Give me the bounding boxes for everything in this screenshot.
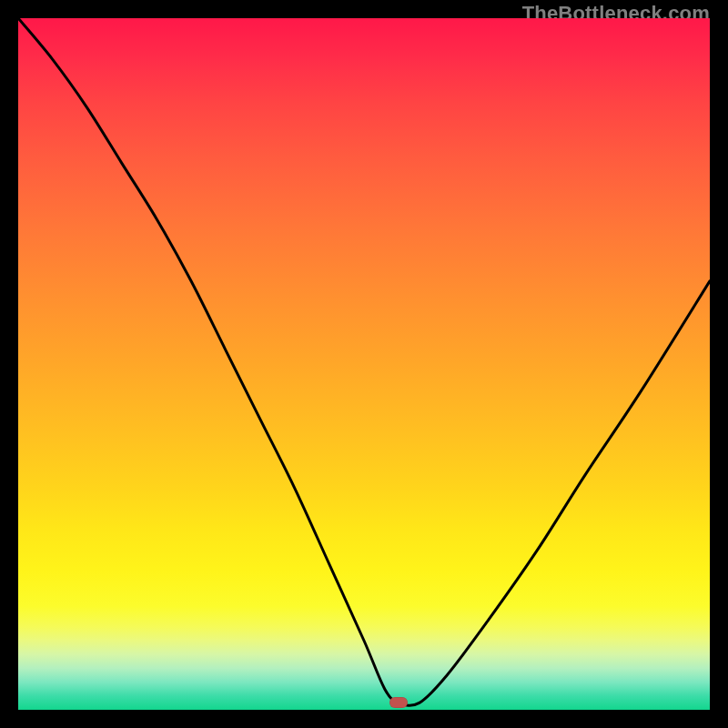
chart-frame — [18, 18, 710, 710]
optimal-point-marker — [389, 697, 408, 708]
chart-gradient-background — [18, 18, 710, 710]
